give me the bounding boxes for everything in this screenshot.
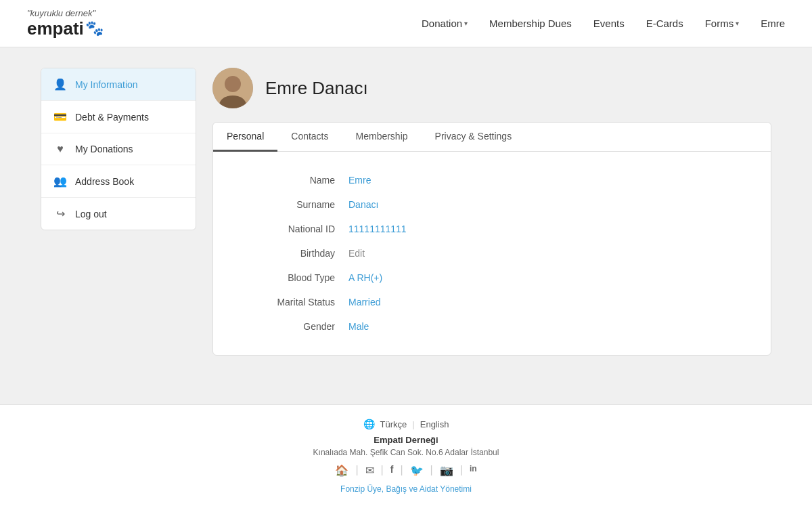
facebook-icon[interactable]: f [390,464,394,477]
chevron-down-icon: ▾ [464,20,468,27]
value-marital-status[interactable]: Married [348,297,380,308]
tab-membership[interactable]: Membership [342,123,422,152]
card-icon: 💳 [53,110,67,123]
person-icon: 👤 [53,78,67,91]
value-birthday[interactable]: Edit [348,248,365,259]
tab-privacy-settings[interactable]: Privacy & Settings [422,123,526,152]
tab-bar: Personal Contacts Membership Privacy & S… [213,123,771,152]
nav-donation[interactable]: Donation ▾ [422,18,468,29]
value-name[interactable]: Emre [348,175,371,186]
sidebar: 👤 My Information 💳 Debt & Payments ♥ My … [41,68,196,384]
field-marital-status: Marital Status Married [240,290,744,314]
field-name: Name Emre [240,168,744,192]
value-blood-type[interactable]: A RH(+) [348,272,382,283]
header: "kuyruklu dernek" empati 🐾 Donation ▾ Me… [0,0,812,47]
sidebar-item-log-out[interactable]: ↪ Log out [41,198,196,230]
chevron-down-icon: ▾ [736,20,739,27]
sidebar-item-debt-payments[interactable]: 💳 Debt & Payments [41,101,196,133]
footer-address: Kınalıada Mah. Şefik Can Sok. No.6 Adala… [14,448,798,457]
sidebar-item-my-information[interactable]: 👤 My Information [41,68,196,101]
sidebar-card: 👤 My Information 💳 Debt & Payments ♥ My … [41,68,196,230]
nav-ecards[interactable]: E-Cards [646,18,683,29]
field-blood-type: Blood Type A RH(+) [240,266,744,290]
value-surname[interactable]: Danacı [348,199,378,210]
footer-org-name: Empati Derneği [14,435,798,445]
instagram-icon[interactable]: 📷 [440,464,453,477]
field-birthday: Birthday Edit [240,241,744,266]
logout-icon: ↪ [53,207,67,220]
sidebar-label-address-book: Address Book [75,176,134,187]
sidebar-item-my-donations[interactable]: ♥ My Donations [41,133,196,165]
field-surname: Surname Danacı [240,192,744,217]
lang-turkish[interactable]: Türkçe [380,419,407,429]
value-gender[interactable]: Male [348,321,369,332]
globe-icon: 🌐 [363,419,375,429]
value-national-id[interactable]: 11111111111 [348,224,407,234]
tab-contacts[interactable]: Contacts [277,123,342,152]
svg-point-1 [225,76,241,92]
info-table: Name Emre Surname Danacı National ID 111… [213,152,771,355]
address-book-icon: 👥 [53,175,67,188]
email-icon[interactable]: ✉ [365,464,374,477]
footer-link-container: Fonzip Üye, Bağış ve Aidat Yönetimi [14,482,798,494]
home-icon[interactable]: 🏠 [335,464,348,477]
nav-forms[interactable]: Forms ▾ [705,18,740,29]
logo-tagline: "kuyruklu dernek" [27,8,104,18]
sidebar-label-log-out: Log out [75,209,107,219]
sidebar-label-my-information: My Information [75,79,138,90]
twitter-icon[interactable]: 🐦 [410,464,424,477]
nav-emre[interactable]: Emre [761,18,785,29]
info-card: Personal Contacts Membership Privacy & S… [212,122,771,356]
page-body: 👤 My Information 💳 Debt & Payments ♥ My … [0,47,812,404]
linkedin-icon[interactable]: in [470,464,477,477]
logo-paw-icon: 🐾 [85,20,104,37]
avatar [212,68,253,108]
main-nav: Donation ▾ Membership Dues Events E-Card… [422,18,785,29]
sidebar-label-my-donations: My Donations [75,144,133,154]
logo-name: empati 🐾 [27,18,104,39]
field-national-id: National ID 11111111111 [240,217,744,241]
sidebar-label-debt-payments: Debt & Payments [75,112,149,123]
field-gender: Gender Male [240,314,744,339]
footer: 🌐 Türkçe | English Empati Derneği Kınalı… [0,404,812,508]
profile-header: Emre Danacı [212,68,771,108]
logo[interactable]: "kuyruklu dernek" empati 🐾 [27,8,104,39]
sidebar-item-address-book[interactable]: 👥 Address Book [41,165,196,198]
lang-english[interactable]: English [420,419,449,429]
footer-fonzip-link[interactable]: Fonzip Üye, Bağış ve Aidat Yönetimi [340,484,472,494]
profile-full-name: Emre Danacı [265,78,368,99]
footer-social-icons: 🏠 | ✉ | f | 🐦 | 📷 | in [14,464,798,477]
content-area: Emre Danacı Personal Contacts Membership… [212,68,771,384]
footer-language-switcher: 🌐 Türkçe | English [14,419,798,429]
tab-personal[interactable]: Personal [213,123,277,152]
heart-icon: ♥ [53,143,67,155]
nav-events[interactable]: Events [593,18,625,29]
avatar-svg [212,68,253,108]
nav-membership-dues[interactable]: Membership Dues [489,18,572,29]
